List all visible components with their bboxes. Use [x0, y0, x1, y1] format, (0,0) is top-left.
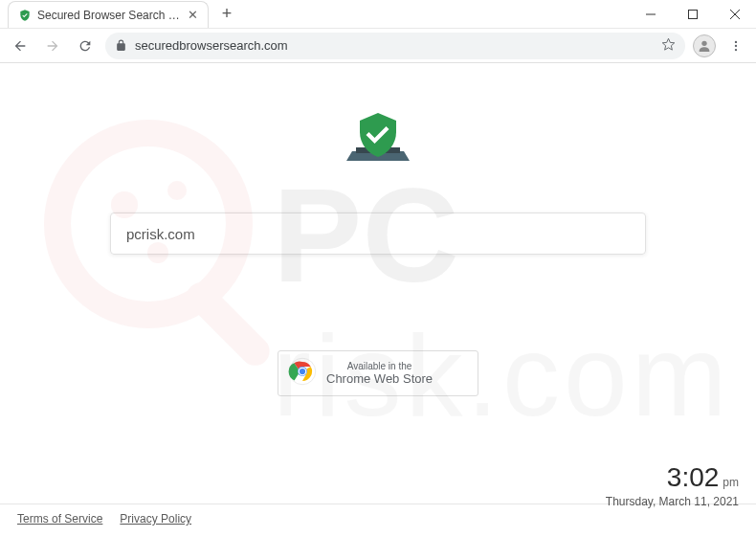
chrome-icon: [288, 357, 317, 390]
reload-button[interactable]: [73, 34, 98, 58]
profile-avatar[interactable]: [693, 34, 716, 57]
lock-icon: [115, 39, 127, 52]
tab-strip: Secured Browser Search | Search ✕ +: [0, 0, 630, 28]
browser-toolbar: securedbrowsersearch.com: [0, 29, 756, 63]
store-line2: Chrome Web Store: [326, 371, 433, 386]
svg-point-5: [735, 40, 737, 42]
svg-rect-1: [689, 10, 698, 18]
clock-time: 3:02pm: [606, 462, 739, 493]
tab-title: Secured Browser Search | Search: [37, 9, 182, 22]
hero: Available in the Chrome Web Store: [0, 63, 756, 396]
shield-check-icon: [18, 9, 32, 22]
clock-date: Thursday, March 11, 2021: [606, 495, 739, 508]
time-ampm: pm: [723, 476, 739, 489]
time-value: 3:02: [667, 462, 720, 492]
store-line1: Available in the: [326, 361, 433, 371]
new-tab-button[interactable]: +: [214, 2, 239, 27]
store-text: Available in the Chrome Web Store: [326, 361, 433, 386]
search-container: [110, 213, 646, 255]
privacy-link[interactable]: Privacy Policy: [120, 512, 191, 526]
search-box[interactable]: [110, 213, 646, 255]
window-titlebar: Secured Browser Search | Search ✕ +: [0, 0, 756, 29]
url-text: securedbrowsersearch.com: [135, 38, 654, 53]
address-bar[interactable]: securedbrowsersearch.com: [105, 33, 685, 59]
bookmark-icon[interactable]: [661, 37, 676, 55]
browser-tab[interactable]: Secured Browser Search | Search ✕: [8, 1, 209, 28]
close-button[interactable]: [714, 0, 756, 28]
search-input[interactable]: [126, 226, 630, 242]
back-button[interactable]: [8, 34, 33, 58]
terms-link[interactable]: Terms of Service: [17, 512, 102, 526]
svg-point-7: [735, 48, 737, 50]
svg-point-4: [701, 40, 706, 45]
site-logo: [345, 109, 411, 168]
minimize-button[interactable]: [630, 0, 672, 28]
maximize-button[interactable]: [672, 0, 714, 28]
forward-button[interactable]: [40, 34, 65, 58]
window-controls: [630, 0, 756, 28]
close-icon[interactable]: ✕: [188, 8, 198, 22]
menu-button[interactable]: [723, 34, 748, 58]
footer-links: Terms of Service Privacy Policy: [17, 512, 191, 526]
chrome-web-store-badge[interactable]: Available in the Chrome Web Store: [278, 350, 478, 396]
svg-point-6: [735, 44, 737, 46]
page-viewport: PC risk.com: [0, 63, 756, 537]
clock: 3:02pm Thursday, March 11, 2021: [606, 462, 739, 508]
